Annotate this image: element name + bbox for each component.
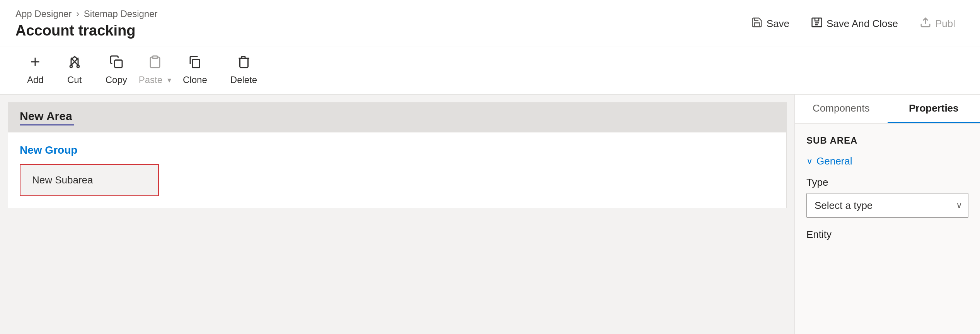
right-panel: Components Properties SUB AREA ∨ General… [794, 95, 980, 334]
svg-rect-10 [193, 59, 199, 68]
publish-label: Publ [935, 18, 955, 30]
svg-rect-8 [114, 60, 122, 68]
area-box: New Area New Group New Subarea [8, 102, 787, 208]
header-left: App Designer › Sitemap Designer Account … [15, 8, 158, 39]
save-and-close-button[interactable]: Save And Close [802, 13, 907, 35]
svg-point-5 [77, 65, 79, 68]
paste-label: Paste [139, 75, 162, 85]
general-section-label: General [816, 155, 852, 167]
breadcrumb-chevron: › [76, 9, 79, 19]
panel-content: SUB AREA ∨ General Type Select a type ∨ … [795, 124, 980, 334]
cut-label: Cut [67, 75, 82, 85]
chevron-down-icon: ∨ [806, 156, 813, 166]
breadcrumb-sitemap-designer: Sitemap Designer [84, 8, 158, 19]
entity-field-label: Entity [806, 229, 968, 241]
add-button[interactable]: Add [15, 51, 55, 89]
save-and-close-icon [811, 17, 823, 31]
svg-rect-9 [153, 56, 157, 58]
type-select[interactable]: Select a type [806, 193, 968, 218]
cut-icon [68, 55, 82, 72]
subarea-item[interactable]: New Subarea [20, 164, 159, 196]
paste-icon [148, 55, 162, 72]
area-title-underline [20, 124, 74, 125]
clone-button[interactable]: Clone [171, 51, 219, 89]
tab-components-label: Components [813, 102, 869, 114]
area-header[interactable]: New Area [8, 103, 786, 132]
area-header-content: New Area [20, 110, 74, 125]
clone-icon [188, 55, 202, 72]
area-title: New Area [20, 110, 74, 123]
copy-label: Copy [106, 75, 127, 85]
copy-button[interactable]: Copy [94, 51, 139, 89]
delete-label: Delete [230, 75, 257, 85]
tab-properties-label: Properties [909, 102, 959, 114]
save-button[interactable]: Save [742, 13, 799, 35]
breadcrumb: App Designer › Sitemap Designer [15, 8, 158, 19]
save-label: Save [767, 18, 789, 30]
copy-icon [109, 55, 123, 72]
clone-label: Clone [183, 75, 207, 85]
paste-button[interactable]: Paste ▾ [139, 51, 171, 89]
tab-properties[interactable]: Properties [888, 95, 980, 123]
add-label: Add [27, 75, 44, 85]
add-icon [28, 55, 42, 72]
header-actions: Save Save And Close Publ [742, 13, 965, 35]
header: App Designer › Sitemap Designer Account … [0, 0, 980, 46]
sub-area-heading: SUB AREA [806, 135, 968, 146]
publish-icon [920, 17, 931, 31]
type-select-wrapper: Select a type ∨ [806, 193, 968, 218]
delete-button[interactable]: Delete [219, 51, 269, 89]
tab-components[interactable]: Components [795, 95, 888, 123]
publish-button[interactable]: Publ [910, 13, 965, 35]
delete-icon [237, 55, 251, 72]
page-title: Account tracking [15, 22, 158, 39]
toolbar: Add Cut Copy [0, 46, 980, 95]
general-section-toggle[interactable]: ∨ General [806, 155, 968, 167]
type-field-label: Type [806, 176, 968, 188]
breadcrumb-app-designer: App Designer [15, 8, 72, 19]
area-content: New Group New Subarea [8, 132, 786, 208]
main: New Area New Group New Subarea Component… [0, 95, 980, 334]
svg-point-4 [70, 65, 72, 68]
save-icon [751, 17, 763, 31]
paste-dropdown-arrow[interactable]: ▾ [164, 75, 171, 85]
cut-button[interactable]: Cut [55, 51, 94, 89]
group-title: New Group [20, 144, 775, 156]
save-and-close-label: Save And Close [827, 18, 898, 30]
canvas: New Area New Group New Subarea [0, 95, 794, 334]
subarea-label: New Subarea [32, 174, 93, 186]
panel-tabs: Components Properties [795, 95, 980, 124]
